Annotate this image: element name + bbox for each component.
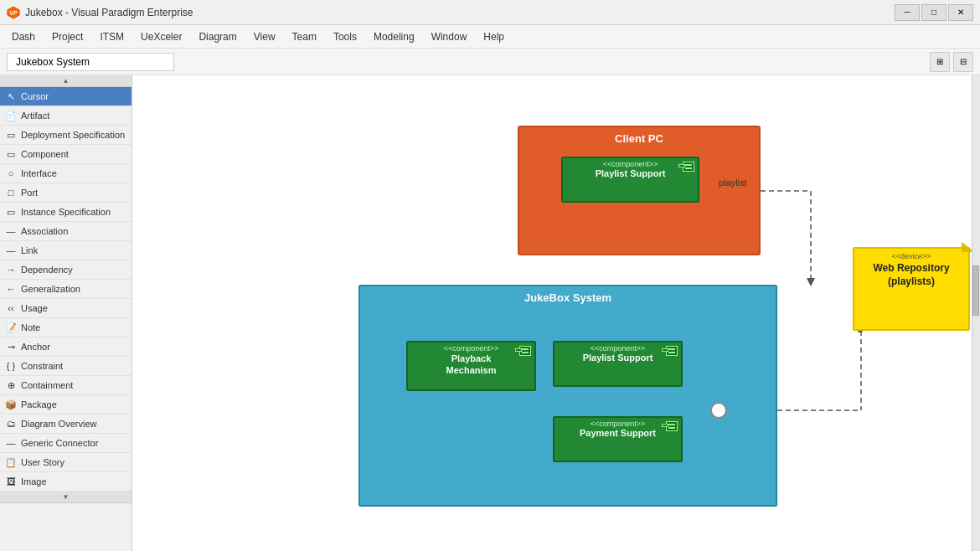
- main-layout: ▲ ↖Cursor📄Artifact▭Deployment Specificat…: [0, 75, 980, 551]
- sidebar-label-generic-connector: Generic Connector: [21, 438, 98, 448]
- scrollbar-thumb[interactable]: [972, 265, 979, 316]
- sidebar-label-diagram-overview: Diagram Overview: [21, 419, 96, 429]
- sidebar-label-link: Link: [21, 245, 38, 255]
- anchor-icon: ⊸: [5, 341, 17, 353]
- sidebar-item-deployment-spec[interactable]: ▭Deployment Specification: [0, 126, 132, 145]
- sidebar-item-usage[interactable]: ‹‹Usage: [0, 299, 132, 318]
- payment-support-component[interactable]: <<component>> Payment Support: [553, 416, 683, 462]
- sidebar-label-usage: Usage: [21, 303, 48, 313]
- sidebar-label-port: Port: [21, 188, 38, 198]
- userstory-icon: 📋: [5, 456, 17, 468]
- sidebar-item-note[interactable]: 📝Note: [0, 318, 132, 337]
- constraint-icon: { }: [5, 360, 17, 372]
- web-repo-stereo: <<device>>: [854, 249, 968, 260]
- sidebar-label-constraint: Constraint: [21, 361, 63, 371]
- close-button[interactable]: ✕: [948, 4, 973, 21]
- assoc-icon: —: [5, 225, 17, 237]
- sidebar-item-containment[interactable]: ⊕Containment: [0, 376, 132, 395]
- sidebar-item-association[interactable]: —Association: [0, 222, 132, 241]
- interface-icon: ○: [5, 167, 17, 179]
- sidebar-label-interface: Interface: [21, 168, 57, 178]
- component-icon-playlist-jukebox: [666, 346, 678, 356]
- sidebar-label-instance-spec: Instance Specification: [21, 207, 111, 217]
- sidebar-scroll-up[interactable]: ▲: [0, 75, 132, 87]
- image-icon: 🖼: [5, 476, 17, 487]
- playlist-label-top: playlist: [719, 178, 747, 188]
- grid-icon[interactable]: ⊞: [930, 52, 950, 72]
- cursor-icon: ↖: [5, 90, 17, 102]
- client-pc-title: Client PC: [519, 127, 759, 148]
- link-icon: —: [5, 245, 17, 256]
- playlist-client-name: Playlist Support: [563, 168, 698, 179]
- menu-item-help[interactable]: Help: [475, 28, 513, 46]
- playlist-client-component[interactable]: <<component>> Playlist Support: [561, 157, 699, 203]
- menu-item-uexceler[interactable]: UeXceler: [132, 28, 190, 46]
- menu-item-team[interactable]: Team: [284, 28, 325, 46]
- sidebar-item-artifact[interactable]: 📄Artifact: [0, 106, 132, 126]
- sidebar-item-interface[interactable]: ○Interface: [0, 164, 132, 183]
- sidebar-item-user-story[interactable]: 📋User Story: [0, 453, 132, 472]
- app-title: Jukebox - Visual Paradigm Enterprise: [25, 7, 895, 18]
- menu-item-tools[interactable]: Tools: [325, 28, 365, 46]
- sidebar-label-cursor: Cursor: [21, 91, 49, 101]
- sidebar-label-anchor: Anchor: [21, 342, 50, 352]
- sidebar-scroll-down[interactable]: ▼: [0, 492, 132, 503]
- client-pc-node[interactable]: Client PC <<component>> Playlist Support: [518, 126, 761, 255]
- sidebar-label-deployment-spec: Deployment Specification: [21, 130, 125, 140]
- sidebar-item-anchor[interactable]: ⊸Anchor: [0, 337, 132, 357]
- playlist-jukebox-component[interactable]: <<component>> Playlist Support: [553, 341, 683, 387]
- sidebar-item-link[interactable]: —Link: [0, 241, 132, 260]
- menu-item-itsm[interactable]: ITSM: [91, 28, 132, 46]
- sidebar-item-package[interactable]: 📦Package: [0, 395, 132, 415]
- jukebox-title: JukeBox System: [360, 286, 776, 307]
- instance-icon: ▭: [5, 206, 17, 218]
- svg-marker-4: [807, 278, 815, 286]
- sidebar-item-image[interactable]: 🖼Image: [0, 472, 132, 492]
- sidebar-label-generalization: Generalization: [21, 284, 80, 294]
- sidebar-item-diagram-overview[interactable]: 🗂Diagram Overview: [0, 415, 132, 434]
- sidebar-item-port[interactable]: □Port: [0, 183, 132, 203]
- sidebar-item-constraint[interactable]: { }Constraint: [0, 357, 132, 376]
- sidebar-item-generic-connector[interactable]: —Generic Connector: [0, 434, 132, 453]
- playback-name: PlaybackMechanism: [408, 353, 534, 377]
- playlist-client-stereo: <<component>>: [563, 158, 698, 168]
- lollipop-interface: [710, 402, 727, 419]
- panel-icon[interactable]: ⊟: [953, 52, 973, 72]
- deploy-icon: ▭: [5, 129, 17, 141]
- menu-item-window[interactable]: Window: [423, 28, 476, 46]
- sidebar-item-instance-spec[interactable]: ▭Instance Specification: [0, 203, 132, 222]
- sidebar-label-dependency: Dependency: [21, 265, 73, 275]
- generic-icon: —: [5, 437, 17, 449]
- payment-name: Payment Support: [554, 428, 681, 439]
- menu-item-diagram[interactable]: Diagram: [190, 28, 245, 46]
- component-icon-playback: [519, 346, 531, 356]
- minimize-button[interactable]: ─: [895, 4, 920, 21]
- web-repo-title: Web Repository(playlists): [854, 260, 968, 290]
- sidebar-item-component[interactable]: ▭Component: [0, 145, 132, 164]
- app-icon: VP: [7, 6, 20, 19]
- sidebar-item-generalization[interactable]: ←Generalization: [0, 280, 132, 299]
- canvas-scrollbar[interactable]: [972, 75, 980, 551]
- menu-item-dash[interactable]: Dash: [3, 28, 44, 46]
- component-icon: ▭: [5, 148, 17, 160]
- port-icon: □: [5, 187, 17, 198]
- jukebox-system-node[interactable]: JukeBox System <<component>> PlaybackMec…: [358, 285, 777, 507]
- playback-mech-component[interactable]: <<component>> PlaybackMechanism: [406, 341, 536, 391]
- sidebar-item-dependency[interactable]: →Dependency: [0, 260, 132, 280]
- web-repo-node[interactable]: <<device>> Web Repository(playlists): [853, 247, 970, 331]
- menu-item-modeling[interactable]: Modeling: [365, 28, 423, 46]
- sidebar-label-package: Package: [21, 399, 57, 409]
- menu-item-view[interactable]: View: [245, 28, 284, 46]
- breadcrumb[interactable]: Jukebox System: [7, 53, 174, 71]
- sidebar-item-cursor[interactable]: ↖Cursor: [0, 87, 132, 106]
- component-icon-payment: [666, 421, 678, 431]
- menu-item-project[interactable]: Project: [44, 28, 91, 46]
- diagram-canvas[interactable]: Client PC <<component>> Playlist Support…: [132, 75, 980, 551]
- maximize-button[interactable]: □: [921, 4, 946, 21]
- sidebar-label-containment: Containment: [21, 380, 73, 390]
- gen-icon: ←: [5, 283, 17, 295]
- sidebar-label-association: Association: [21, 226, 68, 236]
- artifact-icon: 📄: [5, 110, 17, 121]
- usage-icon: ‹‹: [5, 302, 17, 314]
- note-icon: 📝: [5, 322, 17, 333]
